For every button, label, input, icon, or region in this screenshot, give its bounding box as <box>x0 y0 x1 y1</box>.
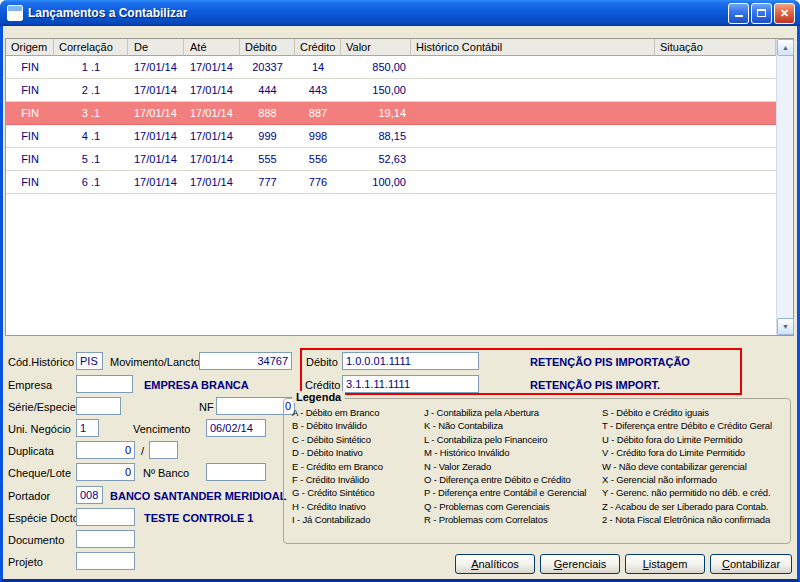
grid-cell <box>655 102 776 124</box>
column-header-debito[interactable]: Débito <box>240 39 295 56</box>
contabilizar-button[interactable]: Contabilizar <box>710 554 792 574</box>
listagem-button[interactable]: Listagem <box>625 554 705 574</box>
debito-account-input[interactable] <box>342 352 479 370</box>
grid-cell: 3 .1 <box>54 102 128 124</box>
duplicata-sequence-input[interactable] <box>149 441 178 459</box>
grid-cell: 17/01/14 <box>184 125 240 147</box>
grid-row-4[interactable]: FIN 4 .1 17/01/14 17/01/14 999 998 88,15 <box>6 125 776 148</box>
uni-negocio-label: Uni. Negócio <box>8 423 71 435</box>
legend-item: K - Não Contabiliza <box>424 419 586 432</box>
serie-especie-input[interactable] <box>76 397 121 415</box>
cheque-lote-label: Cheque/Lote <box>8 467 71 479</box>
grid-cell: FIN <box>6 102 54 124</box>
grid-cell: 850,00 <box>341 56 411 78</box>
cod-historico-label: Cód.Histórico <box>8 356 74 368</box>
grid-row-5[interactable]: FIN 5 .1 17/01/14 17/01/14 555 556 52,63 <box>6 148 776 171</box>
legend-item: O - Diferença entre Débito e Crédito <box>424 473 586 486</box>
legend-item: P - Diferença entre Contábil e Gerencial <box>424 486 586 499</box>
grid-row-3-selected[interactable]: FIN 3 .1 17/01/14 17/01/14 888 887 19,14 <box>6 102 776 125</box>
legend-item: Z - Acabou de ser Liberado para Contab. <box>602 500 772 513</box>
projeto-input[interactable] <box>76 552 135 570</box>
empresa-description: EMPRESA BRANCA <box>144 379 249 391</box>
minimize-icon <box>735 9 743 17</box>
grid-cell: 17/01/14 <box>128 56 184 78</box>
num-banco-input[interactable] <box>206 463 266 481</box>
cheque-lote-input[interactable] <box>76 463 135 481</box>
client-area: Origem Correlação De Até Débito Crédito … <box>3 26 797 579</box>
column-header-origem[interactable]: Origem <box>6 39 54 56</box>
grid-cell: 17/01/14 <box>184 102 240 124</box>
scroll-up-icon: ▲ <box>782 44 789 51</box>
movimento-input[interactable] <box>199 352 292 370</box>
grid-cell: FIN <box>6 56 54 78</box>
app-icon[interactable] <box>7 5 23 21</box>
legend-item: L - Contabiliza pelo Financeiro <box>424 433 586 446</box>
legend-item: Q - Problemas com Gerenciais <box>424 500 586 513</box>
legend-item: N - Valor Zerado <box>424 460 586 473</box>
column-header-valor[interactable]: Valor <box>341 39 411 56</box>
maximize-icon <box>757 9 766 17</box>
grid-cell: 17/01/14 <box>128 148 184 170</box>
close-button[interactable]: ✕ <box>774 3 795 24</box>
gerenciais-label: erenciais <box>562 558 606 570</box>
grid-cell: 150,00 <box>341 79 411 101</box>
legend-item: G - Crédito Sintético <box>292 486 383 499</box>
grid-cell: 887 <box>295 102 341 124</box>
grid-cell: 998 <box>295 125 341 147</box>
grid-row-1[interactable]: FIN 1 .1 17/01/14 17/01/14 20337 14 850,… <box>6 56 776 79</box>
grid-cell <box>655 79 776 101</box>
grid-cell: 17/01/14 <box>184 56 240 78</box>
grid-cell: FIN <box>6 125 54 147</box>
grid-cell: 777 <box>240 171 295 193</box>
debito-account-description: RETENÇÃO PIS IMPORTAÇÃO <box>530 356 690 368</box>
close-icon: ✕ <box>780 8 789 19</box>
grid-cell: 556 <box>295 148 341 170</box>
grid-cell: 776 <box>295 171 341 193</box>
grid-header-row: Origem Correlação De Até Débito Crédito … <box>6 39 776 56</box>
empresa-input[interactable] <box>76 375 133 393</box>
documento-input[interactable] <box>76 530 135 548</box>
grid-cell: 17/01/14 <box>184 79 240 101</box>
grid-cell: 52,63 <box>341 148 411 170</box>
grid-row-6[interactable]: FIN 6 .1 17/01/14 17/01/14 777 776 100,0… <box>6 171 776 194</box>
analiticos-button[interactable]: Analíticos <box>455 554 535 574</box>
vencimento-input[interactable] <box>206 419 266 437</box>
legend-item: V - Crédito fora do Limite Permitido <box>602 446 772 459</box>
grid-cell <box>655 125 776 147</box>
grid-cell <box>411 171 655 193</box>
legend-column-3: S - Débito e Crédito iguais T - Diferenç… <box>602 406 772 527</box>
grid-cell: 88,15 <box>341 125 411 147</box>
listagem-label: istagem <box>649 558 688 570</box>
grid-cell <box>411 102 655 124</box>
portador-input[interactable] <box>76 486 103 504</box>
column-header-correlacao[interactable]: Correlação <box>54 39 128 56</box>
column-header-ate[interactable]: Até <box>184 39 240 56</box>
legend-column-2: J - Contabiliza pela Abertura K - Não Co… <box>424 406 586 527</box>
credito-account-description: RETENÇÃO PIS IMPORT. <box>530 379 660 391</box>
column-header-de[interactable]: De <box>128 39 184 56</box>
scroll-up-button[interactable]: ▲ <box>777 39 794 56</box>
vertical-scrollbar[interactable]: ▲ ▼ <box>776 39 793 335</box>
grid-cell <box>411 148 655 170</box>
maximize-button[interactable] <box>751 3 772 24</box>
grid-row-2[interactable]: FIN 2 .1 17/01/14 17/01/14 444 443 150,0… <box>6 79 776 102</box>
column-header-situacao[interactable]: Situação <box>655 39 776 56</box>
especie-docto-input[interactable] <box>76 508 135 526</box>
gerenciais-button[interactable]: Gerenciais <box>540 554 620 574</box>
grid-cell <box>411 125 655 147</box>
credito-account-input[interactable] <box>342 375 479 393</box>
duplicata-input[interactable] <box>76 441 135 459</box>
grid-cell: FIN <box>6 171 54 193</box>
grid-cell: 4 .1 <box>54 125 128 147</box>
column-header-credito[interactable]: Crédito <box>295 39 341 56</box>
uni-negocio-input[interactable] <box>76 419 99 437</box>
grid-cell: 999 <box>240 125 295 147</box>
column-header-historico[interactable]: Histórico Contábil <box>411 39 655 56</box>
minimize-button[interactable] <box>728 3 749 24</box>
vencimento-label: Vencimento <box>133 423 190 435</box>
gerenciais-accel: G <box>554 558 563 570</box>
window: Lançamentos a Contabilizar ✕ Origem Corr… <box>0 0 800 582</box>
cod-historico-input[interactable] <box>76 352 103 370</box>
scroll-down-button[interactable]: ▼ <box>777 318 794 335</box>
grid-cell: 443 <box>295 79 341 101</box>
